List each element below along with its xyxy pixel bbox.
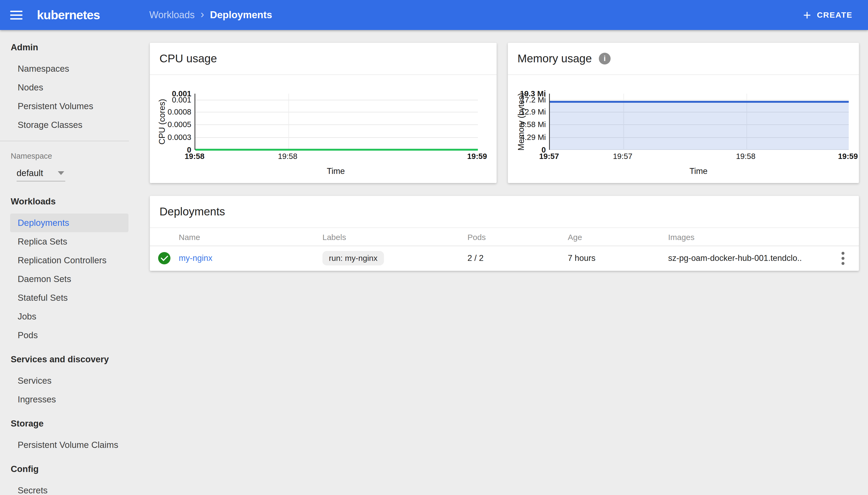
create-button-label: CREATE: [817, 11, 852, 19]
breadcrumb-workloads[interactable]: Workloads: [149, 10, 194, 21]
sidebar-admin-list: Namespaces Nodes Persistent Volumes Stor…: [0, 59, 129, 134]
sidebar-item-namespaces[interactable]: Namespaces: [10, 59, 129, 78]
sidebar-item-ingresses[interactable]: Ingresses: [10, 390, 129, 409]
namespace-label: Namespace: [0, 150, 129, 162]
sidebar-config-list: Secrets: [0, 481, 129, 495]
sidebar-services-list: Services Ingresses: [0, 371, 129, 409]
column-header-age: Age: [568, 233, 668, 242]
sidebar-item-persistent-volumes[interactable]: Persistent Volumes: [10, 97, 129, 116]
pods-cell: 2 / 2: [467, 253, 568, 263]
deployment-name-link[interactable]: my-nginx: [179, 253, 322, 263]
sidebar-divider: [0, 141, 129, 141]
cpu-x-axis-label: Time: [194, 167, 477, 176]
namespace-selected-value: default: [17, 168, 43, 178]
sidebar-heading-admin[interactable]: Admin: [0, 38, 129, 57]
hamburger-menu-icon[interactable]: [10, 11, 22, 19]
cpu-xtick-end: 19:59: [467, 152, 487, 161]
sidebar-item-persistent-volume-claims[interactable]: Persistent Volume Claims: [10, 436, 129, 454]
sidebar-item-deployments[interactable]: Deployments: [10, 214, 129, 232]
dropdown-caret-icon: [58, 171, 64, 175]
sidebar-item-daemon-sets[interactable]: Daemon Sets: [10, 270, 129, 288]
sidebar-item-jobs[interactable]: Jobs: [10, 307, 129, 326]
age-cell: 7 hours: [568, 253, 668, 263]
sidebar-item-replication-controllers[interactable]: Replication Controllers: [10, 251, 129, 270]
column-header-pods: Pods: [467, 233, 568, 242]
cpu-chart-plot: [194, 93, 478, 150]
cpu-ytick: 0.001: [172, 96, 191, 104]
memory-usage-card: Memory usage i Memory (bytes) 19.3 Mi 17…: [508, 43, 859, 183]
column-header-labels: Labels: [322, 233, 467, 242]
cpu-ytick: 0.0003: [168, 133, 191, 142]
memory-ytick: 17.2 Mi: [521, 96, 546, 104]
gridline: [550, 100, 849, 100]
deployments-table-title: Deployments: [150, 196, 859, 228]
sidebar-heading-workloads[interactable]: Workloads: [0, 192, 129, 211]
kubernetes-dashboard: kubernetes Workloads › Deployments + CRE…: [0, 0, 868, 495]
memory-usage-title: Memory usage i: [508, 43, 859, 75]
create-button[interactable]: + CREATE: [802, 7, 854, 23]
memory-xtick: 19:57: [613, 152, 632, 161]
checkmark: [160, 253, 168, 261]
row-actions-kebab-menu-icon[interactable]: [839, 249, 847, 268]
sidebar-item-storage-classes[interactable]: Storage Classes: [10, 116, 129, 134]
app-header: kubernetes Workloads › Deployments + CRE…: [0, 0, 868, 30]
images-cell: sz-pg-oam-docker-hub-001.tendclo..: [668, 253, 827, 263]
memory-chart-plot: [549, 93, 849, 150]
table-header-row: Name Labels Pods Age Images: [150, 229, 859, 246]
chevron-right-icon: ›: [200, 9, 204, 19]
sidebar-workloads-list: Deployments Replica Sets Replication Con…: [0, 214, 129, 345]
memory-x-axis-label: Time: [549, 167, 848, 176]
memory-ytick: 4.29 Mi: [521, 133, 546, 142]
memory-ytick: 8.58 Mi: [521, 120, 546, 129]
cpu-usage-series-line: [195, 149, 478, 151]
cpu-xtick-start: 19:58: [185, 152, 204, 161]
sidebar-heading-services-discovery[interactable]: Services and discovery: [0, 350, 129, 369]
sidebar-item-nodes[interactable]: Nodes: [10, 78, 129, 97]
memory-xtick-end: 19:59: [838, 152, 858, 161]
label-chip: run: my-nginx: [322, 251, 384, 266]
sidebar-storage-list: Persistent Volume Claims: [0, 436, 129, 454]
sidebar-item-pods[interactable]: Pods: [10, 326, 129, 345]
cpu-y-ticks: 0.001 0.001 0.0008 0.0005 0.0003 0: [150, 93, 191, 150]
memory-usage-series-area: [550, 103, 849, 150]
sidebar-heading-storage[interactable]: Storage: [0, 414, 129, 433]
plus-icon: +: [803, 10, 811, 20]
sidebar-item-stateful-sets[interactable]: Stateful Sets: [10, 288, 129, 307]
column-header-images: Images: [668, 233, 827, 242]
gridline: [195, 137, 478, 138]
memory-x-ticks: 19:57 19:57 19:58 19:59: [549, 152, 848, 163]
breadcrumb-current-page: Deployments: [210, 10, 272, 21]
deployments-table-card: Deployments Name Labels Pods Age Images …: [150, 196, 859, 271]
column-header-name: Name: [179, 233, 322, 242]
namespace-select[interactable]: default: [17, 165, 65, 182]
memory-xtick-start: 19:57: [539, 152, 559, 161]
kubernetes-logo: kubernetes: [37, 8, 100, 22]
cpu-usage-title: CPU usage: [150, 43, 497, 75]
status-success-icon: [158, 252, 170, 264]
sidebar-heading-config[interactable]: Config: [0, 460, 129, 478]
memory-xtick: 19:58: [736, 152, 755, 161]
table-row: my-nginx run: my-nginx 2 / 2 7 hours sz-…: [150, 246, 859, 270]
sidebar-item-replica-sets[interactable]: Replica Sets: [10, 232, 129, 251]
gridline: [195, 100, 478, 100]
info-icon[interactable]: i: [599, 53, 611, 65]
sidebar-item-secrets[interactable]: Secrets: [10, 481, 129, 495]
gridline: [195, 124, 478, 125]
memory-y-ticks: 19.3 Mi 17.2 Mi 12.9 Mi 8.58 Mi 4.29 Mi …: [508, 93, 546, 150]
sidebar: Admin Namespaces Nodes Persistent Volume…: [0, 30, 129, 495]
gridline: [195, 112, 478, 113]
cpu-ytick: 0.0005: [168, 120, 191, 129]
cpu-usage-card: CPU usage CPU (cores) 0.001 0.001 0.0008…: [150, 43, 497, 183]
cpu-x-ticks: 19:58 19:58 19:59: [194, 152, 477, 163]
cpu-ytick: 0.0008: [168, 107, 191, 116]
memory-usage-series-line: [550, 101, 849, 103]
cpu-xtick: 19:58: [278, 152, 297, 161]
breadcrumb: Workloads › Deployments: [149, 0, 272, 30]
gridline: [288, 93, 289, 150]
memory-ytick: 12.9 Mi: [521, 107, 546, 116]
sidebar-item-services[interactable]: Services: [10, 371, 129, 390]
